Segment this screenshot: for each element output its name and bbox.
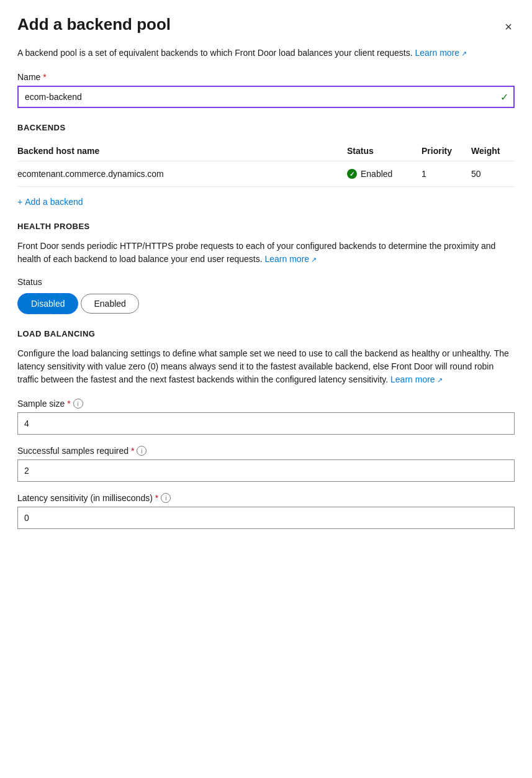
sample-size-info-icon[interactable]: i	[73, 399, 83, 409]
name-input-wrapper: ✓	[17, 86, 515, 108]
latency-sensitivity-input[interactable]	[17, 507, 515, 529]
panel-header: Add a backend pool ×	[17, 15, 515, 37]
backend-weight: 50	[471, 161, 515, 187]
load-balancing-description: Configure the load balancing settings to…	[17, 347, 515, 386]
panel-description: A backend pool is a set of equivalent ba…	[17, 47, 515, 60]
toggle-disabled-button[interactable]: Disabled	[17, 293, 78, 314]
name-label: Name *	[17, 72, 515, 82]
col-header-weight: Weight	[471, 141, 515, 161]
backends-section: BACKENDS Backend host name Status Priori…	[17, 123, 515, 207]
latency-sensitivity-info-icon[interactable]: i	[161, 493, 171, 503]
backends-table-header-row: Backend host name Status Priority Weight	[17, 141, 515, 161]
sample-size-field-group: Sample size * i	[17, 399, 515, 435]
backend-host-name: ecomtenant.commerce.dynamics.com	[17, 161, 347, 187]
add-backend-button[interactable]: + Add a backend	[17, 197, 83, 207]
health-probes-learn-more-link[interactable]: Learn more	[265, 254, 317, 264]
col-header-status: Status	[347, 141, 422, 161]
successful-samples-required-star: *	[131, 446, 134, 456]
close-button[interactable]: ×	[502, 17, 515, 37]
sample-size-label: Sample size * i	[17, 399, 515, 409]
sample-size-required-star: *	[67, 399, 70, 409]
add-backend-plus-icon: +	[17, 197, 22, 207]
sample-size-input[interactable]	[17, 412, 515, 435]
col-header-priority: Priority	[422, 141, 471, 161]
table-row: ecomtenant.commerce.dynamics.com Enabled…	[17, 161, 515, 187]
latency-sensitivity-required-star: *	[155, 493, 158, 503]
description-learn-more-link[interactable]: Learn more	[415, 48, 467, 58]
successful-samples-input[interactable]	[17, 459, 515, 482]
latency-sensitivity-field-group: Latency sensitivity (in milliseconds) * …	[17, 493, 515, 529]
add-backend-pool-panel: Add a backend pool × A backend pool is a…	[0, 0, 532, 778]
latency-sensitivity-label: Latency sensitivity (in milliseconds) * …	[17, 493, 515, 503]
health-probes-toggle-group: Disabled Enabled	[17, 293, 515, 314]
load-balancing-section: LOAD BALANCING Configure the load balanc…	[17, 329, 515, 529]
name-check-icon: ✓	[500, 91, 508, 103]
load-balancing-learn-more-link[interactable]: Learn more	[390, 374, 443, 384]
successful-samples-info-icon[interactable]: i	[137, 446, 147, 456]
backend-priority: 1	[422, 161, 471, 187]
backends-table: Backend host name Status Priority Weight…	[17, 141, 515, 187]
backend-status: Enabled	[347, 161, 422, 187]
col-header-host: Backend host name	[17, 141, 347, 161]
health-probes-status-label: Status	[17, 277, 515, 287]
health-probes-section-title: HEALTH PROBES	[17, 222, 515, 231]
load-balancing-section-title: LOAD BALANCING	[17, 329, 515, 338]
health-probes-section: HEALTH PROBES Front Door sends periodic …	[17, 222, 515, 314]
name-input[interactable]	[17, 86, 515, 108]
successful-samples-label: Successful samples required * i	[17, 446, 515, 456]
name-required-star: *	[43, 72, 46, 82]
backends-section-title: BACKENDS	[17, 123, 515, 132]
status-enabled-icon	[347, 169, 357, 179]
name-field-group: Name * ✓	[17, 72, 515, 108]
health-probes-description: Front Door sends periodic HTTP/HTTPS pro…	[17, 240, 515, 266]
successful-samples-field-group: Successful samples required * i	[17, 446, 515, 482]
toggle-enabled-button[interactable]: Enabled	[81, 294, 138, 314]
add-backend-label: Add a backend	[25, 197, 83, 207]
panel-title: Add a backend pool	[17, 15, 171, 34]
